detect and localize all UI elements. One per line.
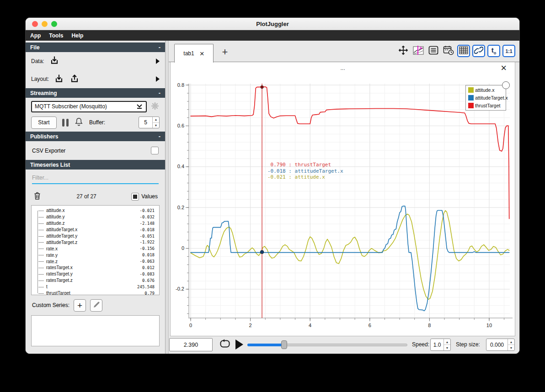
slider-handle[interactable] <box>281 340 287 349</box>
link-axes-button[interactable] <box>472 45 485 57</box>
tab-label: tab1 <box>183 50 194 57</box>
timeseries-row[interactable]: attitudeTarget.x -0.018 <box>32 227 158 233</box>
timeseries-row[interactable]: attitude.z -2.148 <box>32 220 158 227</box>
collapse-file-icon[interactable]: - <box>159 44 160 51</box>
menu-app[interactable]: App <box>30 32 41 39</box>
series-name: attitudeTarget.z <box>46 240 77 245</box>
speed-down-icon[interactable]: ▼ <box>444 345 450 350</box>
add-custom-series-button[interactable]: + <box>74 299 86 312</box>
series-value: -0.156 <box>139 246 155 251</box>
streaming-section-title: Streaming <box>30 90 57 96</box>
csv-exporter-checkbox[interactable] <box>151 147 159 154</box>
speed-up-icon[interactable]: ▲ <box>444 339 450 345</box>
bell-icon[interactable] <box>74 117 84 128</box>
buffer-value: 5 <box>139 117 152 128</box>
legend-color-swatch <box>468 103 474 108</box>
time-offset-button[interactable]: to <box>487 45 500 57</box>
loop-button[interactable] <box>219 339 231 350</box>
series-value: -0.018 <box>139 228 155 232</box>
step-size-spinbox[interactable]: 0.000 ▲▼ <box>486 339 515 351</box>
chart-canvas[interactable]: 0246810-0.200.20.40.60.8 <box>171 62 516 336</box>
tab-close-icon[interactable]: × <box>200 50 204 58</box>
legend-handle-icon[interactable] <box>502 81 510 89</box>
timeseries-row[interactable]: ratesTarget.y -0.083 <box>32 271 158 277</box>
timeseries-row[interactable]: rate.y 0.018 <box>32 252 158 258</box>
timeseries-row[interactable]: attitude.y -0.032 <box>32 214 158 220</box>
menu-help[interactable]: Help <box>71 32 83 39</box>
step-up-icon[interactable]: ▲ <box>508 339 514 345</box>
one-to-one-icon: 1:1 <box>505 48 512 54</box>
panel-splitter[interactable] <box>165 41 169 354</box>
zoom-selection-button[interactable]: A <box>412 45 425 57</box>
save-layout-button[interactable] <box>69 73 80 85</box>
date-time-button[interactable] <box>442 45 455 57</box>
menu-tools[interactable]: Tools <box>49 32 63 39</box>
series-name: t <box>46 284 48 289</box>
timeseries-section-header[interactable]: Timeseries List <box>26 160 165 170</box>
add-tab-button[interactable]: + <box>218 45 232 59</box>
legend-item[interactable]: attitudeTarget.x <box>468 95 503 101</box>
file-section-title: File <box>30 44 40 51</box>
tab-tab1[interactable]: tab1 × <box>174 44 214 63</box>
filter-input[interactable] <box>32 172 159 184</box>
timeseries-list[interactable]: attitude.x -0.021 attitude.y -0.032 atti… <box>31 205 160 295</box>
timeseries-row[interactable]: thrustTarget 0.79 <box>32 290 158 295</box>
publishers-section-header[interactable]: Publishers - <box>26 132 165 141</box>
timeseries-row[interactable]: ratesTarget.z 0.676 <box>32 277 158 284</box>
plot-widget[interactable]: ... × 0246810-0.200.20.40.60.8 0.790 : t… <box>170 62 515 336</box>
timeseries-row[interactable]: attitudeTarget.y -0.051 <box>32 233 158 239</box>
series-name: rate.y <box>46 253 58 258</box>
step-down-icon[interactable]: ▼ <box>508 345 514 350</box>
buffer-down-icon[interactable]: ▼ <box>153 123 159 128</box>
current-time-box[interactable]: 2.390 <box>169 338 213 351</box>
streaming-source-select[interactable]: MQTT Subscriber (Mosquitto) <box>31 101 147 112</box>
readout-line: -0.021 : attitude.x <box>267 174 343 180</box>
plot-close-button[interactable]: × <box>501 63 507 73</box>
ratio-one-to-one-button[interactable]: 1:1 <box>502 45 515 57</box>
start-streaming-button[interactable]: Start <box>31 117 57 129</box>
timeseries-row[interactable]: ratesTarget.x 0.012 <box>32 265 158 271</box>
collapse-publishers-icon[interactable]: - <box>159 133 160 140</box>
buffer-spinbox[interactable]: 5 ▲▼ <box>139 117 160 128</box>
legend-item[interactable]: thrustTarget <box>468 103 503 108</box>
pause-icon[interactable] <box>62 119 69 127</box>
load-layout-button[interactable] <box>53 73 64 85</box>
timeseries-row[interactable]: attitudeTarget.z -1.922 <box>32 239 158 245</box>
timeline-slider[interactable] <box>247 338 407 351</box>
buffer-up-icon[interactable]: ▲ <box>153 117 159 123</box>
layout-expand-arrow-icon[interactable] <box>156 76 160 82</box>
tab-bar: tab1 × + <box>169 41 519 62</box>
legend-item[interactable]: attitude.x <box>468 87 503 93</box>
plot-title[interactable]: ... <box>171 65 515 71</box>
data-expand-arrow-icon[interactable] <box>156 58 160 64</box>
delete-series-button[interactable] <box>33 191 42 202</box>
svg-text:6: 6 <box>369 323 371 328</box>
timeseries-row[interactable]: attitude.x -0.021 <box>32 207 158 214</box>
values-checkbox[interactable] <box>131 193 139 201</box>
grid-layout-button[interactable] <box>457 45 470 57</box>
streaming-section-header[interactable]: Streaming - <box>26 88 165 98</box>
play-button[interactable] <box>235 339 245 350</box>
list-view-button[interactable] <box>427 45 440 57</box>
speed-spinbox[interactable]: 1.0 ▲▼ <box>430 339 451 351</box>
minimize-window-button[interactable] <box>42 21 48 27</box>
timeseries-row[interactable]: t 245.548 <box>32 284 158 290</box>
svg-text:0: 0 <box>189 323 192 328</box>
custom-series-list[interactable] <box>31 315 160 346</box>
series-name: attitude.x <box>46 208 65 213</box>
collapse-streaming-icon[interactable]: - <box>159 90 160 96</box>
legend[interactable]: attitude.x attitudeTarget.x thrustTarget <box>465 85 506 111</box>
load-data-button[interactable] <box>49 55 60 67</box>
streaming-settings-button[interactable] <box>150 101 160 112</box>
pencil-icon <box>93 301 100 310</box>
timeseries-row[interactable]: rate.x -0.156 <box>32 245 158 252</box>
close-window-button[interactable] <box>32 21 38 27</box>
file-section-header[interactable]: File - <box>26 42 165 52</box>
timeseries-row[interactable]: rate.z -0.063 <box>32 258 158 265</box>
maximize-window-button[interactable] <box>51 21 57 27</box>
readout-line: -0.018 : attitudeTarget.x <box>267 168 343 175</box>
streaming-source-value: MQTT Subscriber (Mosquitto) <box>35 103 107 110</box>
edit-custom-series-button[interactable] <box>90 299 102 312</box>
move-arrows-icon <box>398 45 409 57</box>
pan-zoom-button[interactable] <box>397 45 410 57</box>
